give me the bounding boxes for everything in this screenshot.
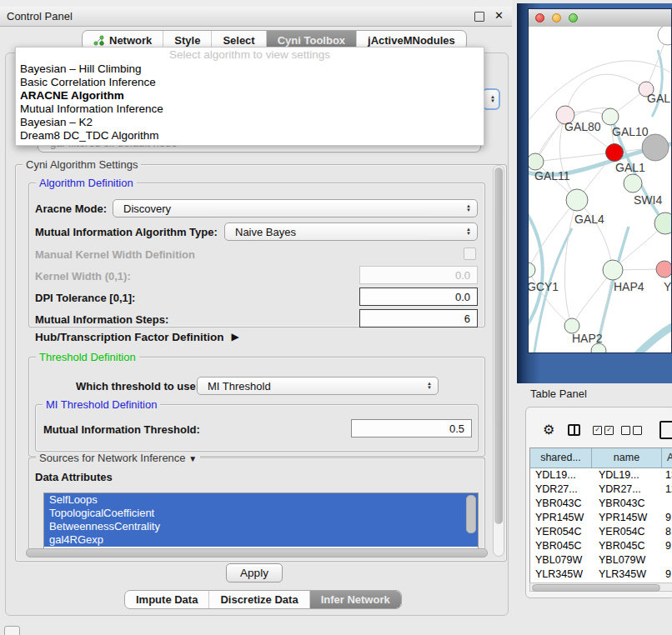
dropdown-item[interactable]: Mutual Information Inference bbox=[16, 102, 484, 116]
list-scrollbar[interactable] bbox=[466, 495, 476, 533]
mi-threshold-field[interactable]: 0.5 bbox=[351, 419, 472, 438]
which-threshold-combo[interactable]: MI Threshold ▲▼ bbox=[197, 377, 439, 395]
apply-button-label: Apply bbox=[240, 567, 268, 579]
column-header[interactable]: shared... bbox=[530, 448, 592, 468]
expand-right-icon: ▶ bbox=[232, 331, 239, 342]
node-label: Y bbox=[664, 280, 671, 293]
edge[interactable] bbox=[565, 74, 646, 115]
dropdown-placeholder: Select algorithm to view settings bbox=[16, 48, 484, 62]
restore-panel-button[interactable] bbox=[4, 626, 20, 635]
tab-impute-data-label: Impute Data bbox=[136, 593, 198, 606]
apply-button[interactable]: Apply bbox=[226, 563, 283, 582]
hub-definition-expander[interactable]: Hub/Transcription Factor Definition ▶ bbox=[35, 329, 239, 344]
spinner-down-icon: ▼ bbox=[490, 99, 495, 103]
which-threshold-value: MI Threshold bbox=[208, 380, 271, 392]
spinner-arrows-icon: ▲▼ bbox=[466, 228, 471, 236]
close-icon[interactable]: ✕ bbox=[494, 9, 504, 22]
tab-discretize-data[interactable]: Discretize Data bbox=[208, 591, 308, 608]
edge[interactable] bbox=[577, 200, 613, 270]
float-window-icon[interactable] bbox=[474, 12, 484, 22]
dpi-tolerance-field[interactable]: 0.0 bbox=[359, 288, 478, 306]
table-horizontal-scrollbar[interactable] bbox=[529, 582, 672, 592]
column-header[interactable]: A bbox=[662, 448, 672, 468]
table-scrollbar-thumb[interactable] bbox=[532, 584, 660, 592]
list-item[interactable]: TopologicalCoefficient bbox=[44, 507, 478, 520]
tab-impute-data[interactable]: Impute Data bbox=[125, 591, 208, 608]
top-strip bbox=[0, 0, 512, 7]
checked-checkbox-icon[interactable]: ✓ bbox=[593, 426, 602, 435]
spinner-down-icon: ▼ bbox=[427, 386, 432, 390]
node-salmon[interactable] bbox=[656, 261, 671, 278]
columns-icon[interactable] bbox=[568, 424, 580, 436]
gear-icon[interactable]: ⚙ bbox=[543, 422, 554, 438]
dropdown-item[interactable]: Bayesian – K2 bbox=[16, 116, 484, 129]
mi-steps-value: 6 bbox=[464, 312, 470, 325]
list-item[interactable]: BetweennessCentrality bbox=[44, 520, 478, 533]
node-gal11[interactable] bbox=[529, 153, 544, 170]
mi-threshold-label: Mutual Information Threshold: bbox=[43, 423, 200, 436]
close-traffic-light[interactable] bbox=[535, 13, 544, 22]
table-row[interactable]: YBR043CYBR043C bbox=[530, 497, 672, 511]
node-label: HAP2 bbox=[572, 332, 603, 345]
spinner-arrows-icon: ▲ ▼ bbox=[490, 95, 495, 103]
kernel-width-value: 0.0 bbox=[455, 269, 470, 282]
edge[interactable] bbox=[652, 50, 662, 117]
node-swi4[interactable] bbox=[624, 174, 642, 192]
manual-kernel-label: Manual Kernel Width Definition bbox=[35, 248, 195, 261]
minimize-traffic-light[interactable] bbox=[552, 13, 561, 22]
data-attributes-list[interactable]: SelfLoops TopologicalCoefficient Between… bbox=[43, 492, 479, 549]
aracne-mode-value: Discovery bbox=[123, 202, 171, 215]
edge[interactable] bbox=[535, 152, 614, 162]
aracne-mode-combo[interactable]: Discovery ▲▼ bbox=[113, 199, 478, 218]
tab-style-label: Style bbox=[174, 34, 200, 47]
dropdown-item[interactable]: Basic Correlation Inference bbox=[16, 76, 484, 89]
node-gal10[interactable] bbox=[602, 108, 619, 125]
node-gcy1[interactable] bbox=[529, 262, 535, 278]
node-gal1-selected[interactable] bbox=[606, 144, 624, 162]
unchecked-checkbox-icon[interactable] bbox=[621, 426, 630, 435]
unchecked-checkbox-icon[interactable] bbox=[633, 426, 642, 435]
spinner-arrows-icon: ▲▼ bbox=[427, 382, 432, 390]
spinner-arrows-icon: ▲▼ bbox=[466, 204, 471, 212]
sources-title-wrap[interactable]: Sources for Network Inference ▼ bbox=[36, 452, 200, 465]
node-hap4[interactable] bbox=[603, 260, 623, 280]
list-item[interactable]: gal4RGexp bbox=[44, 533, 478, 547]
node-unlabeled[interactable] bbox=[658, 27, 671, 45]
control-panel-title: Control Panel bbox=[7, 10, 73, 22]
sources-title: Sources for Network Inference bbox=[39, 452, 186, 464]
column-header[interactable]: name bbox=[592, 448, 662, 468]
edge[interactable] bbox=[632, 324, 671, 352]
manual-kernel-checkbox[interactable] bbox=[464, 248, 476, 260]
dropdown-item-aracne[interactable]: ARACNE Algorithm bbox=[16, 89, 484, 102]
dropdown-item[interactable]: Bayesian – Hill Climbing bbox=[16, 62, 484, 76]
document-icon[interactable] bbox=[659, 421, 672, 439]
settings-horizontal-scrollbar[interactable] bbox=[26, 548, 488, 558]
checked-checkbox-icon[interactable]: ✓ bbox=[604, 426, 614, 435]
table-row[interactable]: YLR345WYLR345W9. bbox=[530, 568, 672, 582]
table-row[interactable]: YDR27...YDR27...12 bbox=[530, 482, 672, 497]
node-label: SWI4 bbox=[634, 193, 662, 207]
list-item[interactable]: SelfLoops bbox=[44, 493, 478, 507]
hidden-algorithm-combo-fragment[interactable]: ▲ ▼ bbox=[482, 88, 500, 110]
tab-infer-network[interactable]: Infer Network bbox=[309, 591, 401, 608]
network-canvas[interactable]: GAL GAL80 GAL10 GAL1 GAL11 SWI4 GAL4 GCY… bbox=[529, 27, 671, 352]
settings-scrollbar-thumb[interactable] bbox=[494, 168, 503, 524]
table-row[interactable]: YBL079WYBL079W bbox=[530, 553, 672, 568]
table-row[interactable]: YER054CYER054C8. bbox=[530, 525, 672, 539]
node-gal4[interactable] bbox=[566, 189, 588, 211]
settings-vertical-scrollbar[interactable] bbox=[493, 165, 504, 557]
network-window-titlebar[interactable] bbox=[529, 9, 671, 28]
table-panel-title: Table Panel bbox=[530, 388, 587, 400]
mi-steps-field[interactable]: 6 bbox=[359, 309, 478, 328]
data-attributes-label: Data Attributes bbox=[35, 471, 113, 483]
dpi-tolerance-label: DPI Tolerance [0,1]: bbox=[35, 292, 135, 304]
zoom-traffic-light[interactable] bbox=[569, 13, 578, 22]
table-row[interactable]: YBR045CYBR045C9. bbox=[530, 539, 672, 553]
kernel-width-field[interactable]: 0.0 bbox=[359, 266, 478, 284]
mi-type-combo[interactable]: Naive Bayes ▲▼ bbox=[224, 222, 478, 241]
node-label: GAL10 bbox=[612, 125, 649, 138]
dropdown-item[interactable]: Dream8 DC_TDC Algorithm bbox=[16, 129, 484, 142]
table-row[interactable]: YPR145WYPR145W9. bbox=[530, 511, 672, 525]
algorithm-dropdown-list: Select algorithm to view settings Bayesi… bbox=[15, 47, 484, 146]
table-row[interactable]: YDL19...YDL19...13 bbox=[530, 468, 672, 482]
